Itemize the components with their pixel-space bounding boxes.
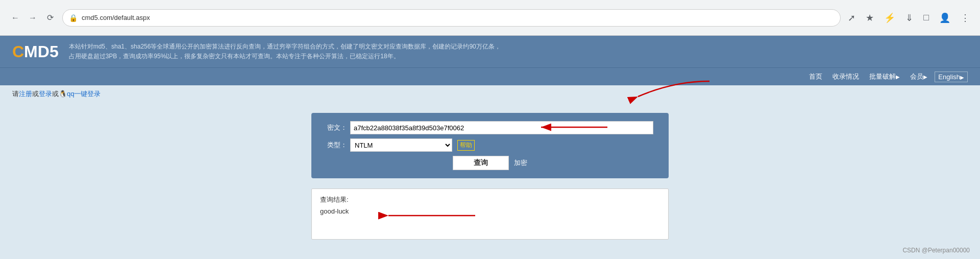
url-text: cmd5.com/default.aspx: [82, 14, 834, 21]
address-bar[interactable]: 🔒 cmd5.com/default.aspx: [62, 9, 841, 27]
results-value: good-luck: [320, 207, 660, 215]
menu-icon[interactable]: ⋮: [959, 10, 972, 26]
or1-text: 或: [32, 90, 39, 98]
browser-actions: ➚ ★ ⚡ ⇓ □ 👤 ⋮: [846, 10, 972, 26]
nav-batch-crack[interactable]: 批量破解▶: [866, 71, 903, 82]
profile-icon[interactable]: 👤: [937, 10, 952, 26]
nav-buttons: ← → ⟳: [8, 11, 57, 25]
logo-area: CMD5: [12, 42, 59, 61]
login-bar: 请注册或登录或🐧qq一键登录: [0, 85, 980, 103]
or2-text: 或: [52, 90, 59, 98]
nav-vip[interactable]: 会员▶: [907, 71, 930, 82]
nav-collection[interactable]: 收录情况: [829, 71, 862, 82]
site-desc-line1: 本站针对md5、sha1、sha256等全球通用公开的加密算法进行反向查询，通过…: [69, 42, 968, 52]
qq-login-link[interactable]: qq一键登录: [67, 90, 101, 98]
logo-rest: MD5: [24, 42, 59, 61]
back-button[interactable]: ←: [8, 11, 22, 25]
site-description: 本站针对md5、sha1、sha256等全球通用公开的加密算法进行反向查询，通过…: [69, 42, 968, 61]
top-nav: 首页 收录情况 批量破解▶ 会员▶ English▶: [0, 67, 980, 85]
arrow-to-result: [378, 205, 480, 226]
refresh-button[interactable]: ⟳: [43, 11, 57, 25]
browser-chrome: ← → ⟳ 🔒 cmd5.com/default.aspx ➚ ★ ⚡ ⇓ □ …: [0, 0, 980, 36]
results-container: 查询结果: good-luck: [311, 189, 669, 240]
register-link[interactable]: 注册: [19, 90, 32, 98]
bookmark-icon[interactable]: ★: [864, 10, 876, 26]
window-icon[interactable]: □: [921, 10, 931, 25]
download-icon[interactable]: ⇓: [903, 10, 915, 26]
nav-home[interactable]: 首页: [806, 71, 825, 82]
results-label: 查询结果:: [320, 195, 660, 204]
arrow-annotation-1: [582, 71, 735, 112]
nav-english[interactable]: English▶: [935, 72, 968, 82]
lock-icon: 🔒: [69, 14, 78, 22]
qq-icon: 🐧: [59, 90, 67, 98]
site-logo: CMD5: [12, 42, 59, 61]
login-prefix: 请: [12, 90, 19, 98]
extensions-icon[interactable]: ⚡: [882, 10, 897, 26]
logo-c: C: [12, 42, 24, 61]
share-icon[interactable]: ➚: [846, 10, 857, 26]
main-content: 密文： 类型： NTLM MD5 SHA1 SHA256 MD4 帮助 查询 加…: [0, 103, 980, 250]
login-link[interactable]: 登录: [39, 90, 52, 98]
site-desc-line2: 占用硬盘超过3PB，查询成功率95%以上，很多复杂密文只有本站才可查询。本站专注…: [69, 52, 968, 61]
watermark: CSDN @Peterpan00000: [902, 247, 970, 254]
site-header: CMD5 本站针对md5、sha1、sha256等全球通用公开的加密算法进行反向…: [0, 36, 980, 67]
forward-button[interactable]: →: [26, 11, 40, 25]
